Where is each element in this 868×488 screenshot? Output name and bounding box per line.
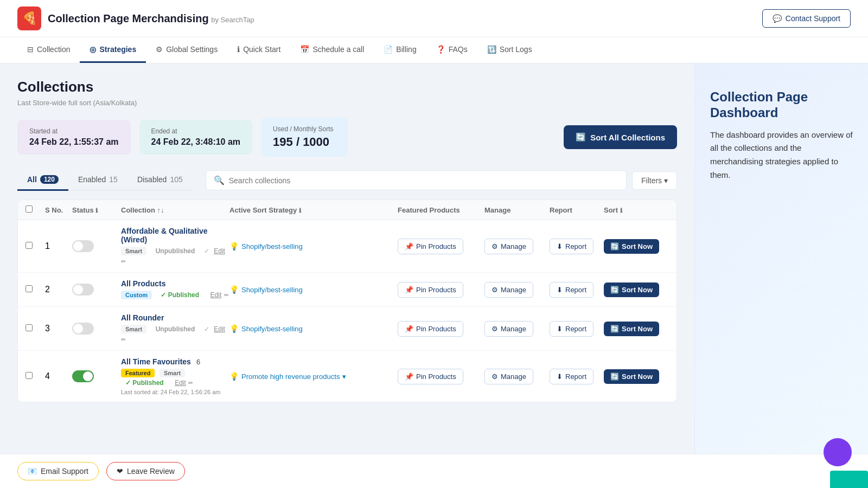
contact-support-label: Contact Support	[786, 14, 840, 23]
calendar-icon: 📅	[300, 45, 309, 54]
row2-sort-now-button[interactable]: 🔄 Sort Now	[604, 282, 659, 297]
row2-pencil-icon[interactable]: ✏	[224, 292, 229, 298]
tag-published: ✓ Published	[156, 290, 203, 300]
stat-card-started: Started at 24 Feb 22, 1:55:37 am	[17, 120, 131, 155]
last-sort-text: Last Store-wide full sort (Asia/Kolkata)	[17, 99, 677, 107]
row1-strategy-col: 💡 Shopify/best-selling	[229, 242, 398, 251]
contact-support-button[interactable]: 💬 Contact Support	[762, 9, 851, 28]
app-title: Collection Page Merchandising	[48, 12, 209, 24]
row4-toggle-col	[72, 370, 121, 382]
row1-sort-now-button[interactable]: 🔄 Sort Now	[604, 239, 659, 254]
row1-edit-link[interactable]: Edit	[214, 247, 225, 255]
row2-collection-col: All Products Custom ✓ Published Edit ✏	[121, 279, 229, 300]
nav-billing[interactable]: 📄 Billing	[374, 37, 426, 63]
nav-faqs[interactable]: ❓ FAQs	[426, 37, 477, 63]
stat-card-ended: Ended at 24 Feb 22, 3:48:10 am	[139, 120, 253, 155]
nav-quick-start[interactable]: ℹ Quick Start	[227, 37, 290, 63]
tab-all[interactable]: All 120	[17, 170, 68, 191]
row2-strategy[interactable]: 💡 Shopify/best-selling	[229, 285, 398, 294]
row3-pin-products-button[interactable]: 📌 Pin Products	[398, 321, 463, 337]
tag-published: ✓ Published	[121, 378, 168, 388]
row2-toggle[interactable]	[72, 284, 94, 296]
started-label: Started at	[29, 127, 119, 135]
row3-report-col: ⬇ Report	[550, 321, 604, 337]
row3-sort-now-button[interactable]: 🔄 Sort Now	[604, 322, 659, 336]
row1-strategy-icon: 💡	[229, 242, 239, 251]
tab-disabled-count: 105	[170, 175, 182, 184]
row2-edit-link[interactable]: Edit	[210, 291, 222, 299]
row1-toggle[interactable]	[72, 240, 94, 252]
row2-manage-button[interactable]: ⚙ Manage	[484, 282, 533, 298]
faqs-icon: ❓	[436, 45, 445, 54]
row3-tags: Smart Unpublished ✓ Edit ✏	[121, 324, 229, 344]
row1-name[interactable]: Affordable & Qualitative (Wired)	[121, 227, 229, 244]
row3-edit-link[interactable]: Edit	[214, 325, 225, 333]
row4-manage-button[interactable]: ⚙ Manage	[484, 369, 533, 384]
row4-checkbox	[25, 371, 45, 381]
tab-enabled[interactable]: Enabled 15	[68, 170, 127, 191]
select-all-checkbox[interactable]	[25, 206, 33, 213]
row4-pencil-icon[interactable]: ✏	[188, 380, 193, 386]
row4-last-sorted: Last sorted at: 24 Feb 22, 1:56:26 am	[121, 389, 229, 395]
row4-sort-now-button[interactable]: 🔄 Sort Now	[604, 369, 659, 384]
tab-all-badge: 120	[40, 175, 59, 184]
row3-check-icon: ✓	[204, 325, 209, 333]
row1-pin-products-button[interactable]: 📌 Pin Products	[398, 239, 463, 254]
row4-name[interactable]: All Time Favourites	[121, 357, 191, 366]
row3-strategy[interactable]: 💡 Shopify/best-selling	[229, 324, 398, 333]
leave-review-button[interactable]: ❤ Leave Review	[106, 462, 185, 480]
search-area: 🔍 Filters ▾	[206, 170, 677, 190]
row1-report-button[interactable]: ⬇ Report	[550, 239, 593, 254]
row4-strategy-text: Promote high revenue products	[241, 373, 340, 381]
nav-global-settings[interactable]: ⚙ Global Settings	[146, 37, 227, 63]
row1-toggle-col	[72, 240, 121, 252]
tag-smart: Smart	[159, 369, 185, 377]
chat-bubble-widget[interactable]	[824, 438, 852, 466]
row3-checkbox	[25, 324, 45, 333]
nav-strategies[interactable]: ◎ Strategies	[80, 37, 146, 63]
row1-featured-col: 📌 Pin Products	[398, 239, 484, 254]
row2-check[interactable]	[25, 285, 33, 292]
nav-sort-logs[interactable]: 🔃 Sort Logs	[477, 37, 542, 63]
row2-report-button[interactable]: ⬇ Report	[550, 282, 593, 298]
sort-icon: 🔄	[610, 286, 619, 294]
tab-disabled[interactable]: Disabled 105	[127, 170, 193, 191]
filters-row: All 120 Enabled 15 Disabled 105 🔍	[17, 170, 677, 191]
row2-tags: Custom ✓ Published Edit ✏	[121, 290, 229, 300]
sort-all-label: Sort All Collections	[590, 133, 665, 142]
row1-check[interactable]	[25, 242, 33, 249]
row3-pencil-icon[interactable]: ✏	[121, 336, 126, 343]
row4-strategy[interactable]: 💡 Promote high revenue products ▾	[229, 372, 398, 381]
main-layout: Collections Last Store-wide full sort (A…	[0, 63, 868, 476]
row4-pin-products-button[interactable]: 📌 Pin Products	[398, 369, 463, 384]
row4-report-button[interactable]: ⬇ Report	[550, 369, 593, 384]
row3-toggle[interactable]	[72, 323, 94, 335]
filters-button[interactable]: Filters ▾	[632, 171, 677, 190]
row1-strategy[interactable]: 💡 Shopify/best-selling	[229, 242, 398, 251]
row3-check[interactable]	[25, 324, 33, 331]
app-header: 🍕 Collection Page Merchandising by Searc…	[0, 0, 868, 37]
search-input[interactable]	[229, 176, 618, 185]
main-content: Collections Last Store-wide full sort (A…	[0, 63, 694, 476]
row3-manage-button[interactable]: ⚙ Manage	[484, 321, 533, 337]
row3-name[interactable]: All Rounder	[121, 313, 229, 322]
row2-pin-products-button[interactable]: 📌 Pin Products	[398, 282, 463, 298]
row1-pencil-icon[interactable]: ✏	[121, 258, 126, 265]
email-support-button[interactable]: 📧 Email Support	[17, 462, 99, 480]
nav-schedule-call[interactable]: 📅 Schedule a call	[290, 37, 374, 63]
header-sort: Sort ℹ	[604, 206, 669, 214]
row2-name[interactable]: All Products	[121, 279, 229, 288]
sort-all-collections-button[interactable]: 🔄 Sort All Collections	[564, 125, 677, 149]
pin-icon: 📌	[405, 373, 413, 381]
row1-manage-button[interactable]: ⚙ Manage	[484, 239, 533, 254]
row3-strategy-text: Shopify/best-selling	[241, 325, 303, 333]
row4-toggle[interactable]	[72, 370, 94, 382]
row1-manage-col: ⚙ Manage	[484, 239, 550, 254]
table-row: 1 Affordable & Qualitative (Wired) Smart…	[18, 220, 676, 273]
row3-strategy-col: 💡 Shopify/best-selling	[229, 324, 398, 333]
nav-collection[interactable]: ⊟ Collection	[17, 37, 80, 63]
row3-report-button[interactable]: ⬇ Report	[550, 321, 593, 337]
row4-check[interactable]	[25, 372, 33, 379]
row3-manage-col: ⚙ Manage	[484, 321, 550, 337]
row4-edit-link[interactable]: Edit	[175, 379, 186, 387]
